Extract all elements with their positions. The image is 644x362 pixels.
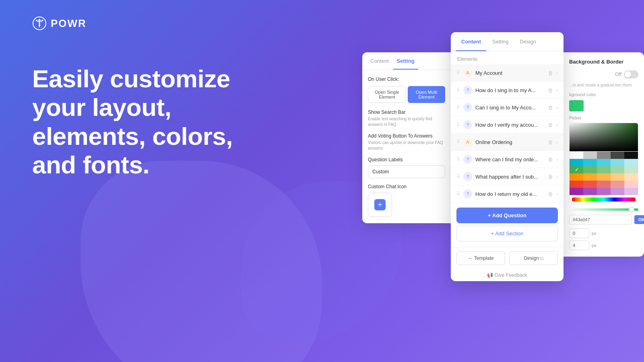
template-button[interactable]: ← Template xyxy=(456,251,505,265)
list-item[interactable]: ⠿ A Online Ordering 🗑 › xyxy=(451,134,564,151)
question-type-icon: ? xyxy=(463,86,472,95)
hex-input[interactable] xyxy=(569,215,632,224)
opacity-slider[interactable] xyxy=(569,208,638,211)
color-cell[interactable] xyxy=(570,159,583,166)
color-cell[interactable] xyxy=(597,173,611,181)
open-multi-element-button[interactable]: Open Multi Element xyxy=(408,86,445,103)
px-label-2: px xyxy=(592,243,597,248)
delete-icon[interactable]: 🗑 xyxy=(548,191,553,197)
color-cell[interactable] xyxy=(611,188,624,195)
color-cell[interactable] xyxy=(597,159,611,166)
chat-icon-box[interactable]: + xyxy=(368,193,392,217)
tab-design-main[interactable]: Design xyxy=(514,32,542,51)
color-cell[interactable] xyxy=(624,166,638,173)
delete-icon[interactable]: 🗑 xyxy=(548,174,553,180)
color-cell[interactable] xyxy=(570,181,583,188)
design-desc: ...rs and create a gradual een them xyxy=(569,82,638,88)
px-input-2[interactable] xyxy=(569,241,589,250)
element-name: Online Ordering xyxy=(475,139,545,145)
color-cell[interactable] xyxy=(570,188,583,195)
hue-slider[interactable] xyxy=(572,197,636,202)
px-input-1[interactable] xyxy=(569,228,589,238)
tab-content-main[interactable]: Content xyxy=(456,32,487,51)
hero-heading: Easily customize your layout, elements, … xyxy=(32,64,266,179)
setting-panel-body: On User Click: Open Single Element Open … xyxy=(362,70,451,223)
color-swatch[interactable] xyxy=(569,100,584,111)
picker-label: Picker xyxy=(569,115,638,120)
drag-handle-icon: ⠿ xyxy=(456,87,460,93)
px-row-1: px xyxy=(569,228,638,238)
question-labels-input[interactable] xyxy=(368,165,445,178)
color-cell[interactable] xyxy=(624,152,638,159)
tab-setting[interactable]: Setting xyxy=(393,52,419,70)
color-cell[interactable] xyxy=(611,152,624,159)
color-cell[interactable] xyxy=(583,188,597,195)
color-cell[interactable] xyxy=(624,159,638,166)
give-feedback-link[interactable]: 📢 Give Feedback xyxy=(451,269,564,281)
section-type-icon: A xyxy=(463,138,472,146)
color-cell[interactable] xyxy=(624,181,638,188)
list-item[interactable]: ⠿ ? How do I sing in to my A... 🗑 › xyxy=(451,82,564,99)
add-section-button[interactable]: + Add Section xyxy=(456,226,558,241)
design-panel-title: Background & Border xyxy=(569,59,638,65)
elements-label: Elements xyxy=(451,51,564,64)
color-cell[interactable] xyxy=(611,166,624,173)
question-icon-letter: ? xyxy=(466,157,469,162)
delete-icon[interactable]: 🗑 xyxy=(548,122,553,128)
open-single-element-button[interactable]: Open Single Element xyxy=(368,86,406,103)
color-cell[interactable] xyxy=(611,173,624,181)
delete-icon[interactable]: 🗑 xyxy=(548,87,553,93)
color-picker-box: ✓ xyxy=(569,123,638,204)
list-item[interactable]: ⠿ A My Account 🗑 › xyxy=(451,64,564,82)
question-type-icon: ? xyxy=(463,172,472,181)
color-cell[interactable] xyxy=(583,173,597,181)
add-voting-section: Add Voting Button To Answers Visitors ca… xyxy=(368,133,445,151)
list-item[interactable]: ⠿ ? How do I return my old e... 🗑 › xyxy=(451,185,564,203)
tab-content[interactable]: Content xyxy=(366,52,393,70)
color-cell[interactable] xyxy=(583,159,597,166)
color-cell[interactable] xyxy=(611,159,624,166)
content-panel: Content Setting Design Elements ⠿ A My A… xyxy=(451,32,564,281)
toggle-switch[interactable] xyxy=(624,70,638,78)
question-icon-letter: ? xyxy=(466,88,469,93)
delete-icon[interactable]: 🗑 xyxy=(548,70,553,76)
panels-container: Content Setting On User Click: Open Sing… xyxy=(362,32,644,281)
element-name: How do I sing in to my A... xyxy=(475,87,545,93)
add-question-button[interactable]: + Add Question xyxy=(456,208,558,223)
add-voting-desc: Visitors can upvote or downvote your FAQ… xyxy=(368,140,445,151)
color-cell[interactable] xyxy=(597,181,611,188)
section-icon-letter: A xyxy=(466,140,469,144)
chevron-right-icon: › xyxy=(556,156,558,162)
color-cell[interactable] xyxy=(611,181,624,188)
color-cell[interactable] xyxy=(624,188,638,195)
delete-icon[interactable]: 🗑 xyxy=(548,105,553,111)
color-cell[interactable] xyxy=(583,181,597,188)
chevron-right-icon: › xyxy=(556,105,558,111)
design-button[interactable]: Design □ xyxy=(509,251,558,265)
list-item[interactable]: ⠿ ? Where can I find my orde... 🗑 › xyxy=(451,151,564,168)
list-item[interactable]: ⠿ ? How do I verify my accou... 🗑 › xyxy=(451,116,564,134)
color-gradient-area[interactable] xyxy=(570,123,638,151)
color-cell[interactable] xyxy=(583,166,597,173)
tab-setting-main[interactable]: Setting xyxy=(487,32,514,51)
color-cell[interactable] xyxy=(570,152,583,159)
color-cell[interactable] xyxy=(597,188,611,195)
delete-icon[interactable]: 🗑 xyxy=(548,139,553,145)
color-cell[interactable] xyxy=(597,166,611,173)
color-cell[interactable] xyxy=(597,152,611,159)
question-type-icon: ? xyxy=(463,120,472,129)
chevron-right-icon: › xyxy=(556,191,558,197)
chevron-right-icon: › xyxy=(556,174,558,180)
chat-icon-plus: + xyxy=(374,199,386,210)
drag-handle-icon: ⠿ xyxy=(456,191,460,197)
element-name: How do I return my old e... xyxy=(475,191,545,197)
color-cell[interactable] xyxy=(583,152,597,159)
color-swatch-row xyxy=(569,100,638,111)
color-cell[interactable] xyxy=(624,173,638,181)
ok-button[interactable]: OK xyxy=(634,215,644,224)
list-item[interactable]: ⠿ ? Can I sing in to My Acco... 🗑 › xyxy=(451,99,564,116)
color-cell[interactable] xyxy=(570,173,583,181)
list-item[interactable]: ⠿ ? What happens after I sub... 🗑 › xyxy=(451,168,564,185)
color-cell[interactable]: ✓ xyxy=(570,166,583,173)
delete-icon[interactable]: 🗑 xyxy=(548,156,553,162)
